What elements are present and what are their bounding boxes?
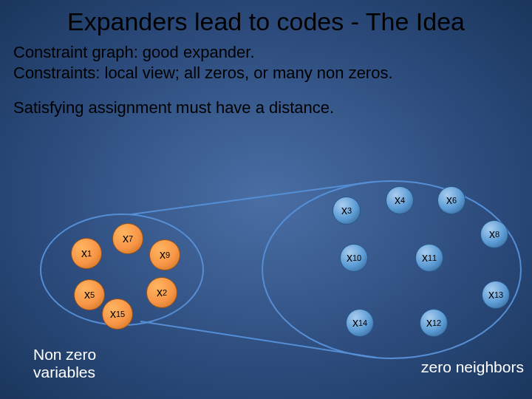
node-x8-var: x — [489, 228, 495, 241]
node-x3-var: x — [341, 204, 347, 217]
node-x2: x2 — [146, 277, 177, 308]
node-x14-var: x — [352, 316, 358, 330]
body-line-3: Satisfying assignment must have a distan… — [13, 98, 519, 118]
node-x9: x9 — [149, 239, 180, 270]
caption-zero-neighbors: zero neighbors — [421, 358, 524, 376]
node-x10-var: x — [347, 251, 352, 265]
node-x15: x15 — [102, 299, 133, 330]
node-x1-sub: 1 — [87, 249, 92, 258]
node-x6: x6 — [437, 186, 466, 214]
connector-bottom — [140, 321, 377, 358]
node-x14-sub: 14 — [358, 318, 367, 327]
node-x12-var: x — [426, 316, 432, 330]
node-x12: x12 — [420, 309, 448, 337]
node-x6-sub: 6 — [452, 196, 457, 205]
body-line-1: Constraint graph: good expander. — [13, 42, 519, 63]
node-x9-sub: 9 — [166, 250, 170, 259]
node-x7-var: x — [123, 232, 129, 245]
node-x15-sub: 15 — [116, 310, 125, 318]
node-x15-var: x — [110, 307, 116, 321]
node-x4-var: x — [395, 194, 400, 207]
node-x4-sub: 4 — [400, 196, 405, 205]
slide-title: Expanders lead to codes - The Idea — [0, 0, 532, 42]
body-line-2: Constraints: local view; all zeros, or m… — [13, 63, 519, 83]
node-x3: x3 — [332, 197, 361, 225]
node-x2-sub: 2 — [163, 288, 167, 297]
node-x7-sub: 7 — [129, 234, 133, 243]
node-x2-var: x — [157, 286, 163, 299]
node-x5-sub: 5 — [90, 290, 95, 299]
node-x7: x7 — [112, 223, 143, 254]
node-x8: x8 — [480, 220, 508, 248]
node-x13-var: x — [488, 288, 494, 301]
body-text-block: Constraint graph: good expander. Constra… — [0, 42, 532, 118]
node-x8-sub: 8 — [495, 230, 499, 239]
node-x10-sub: 10 — [352, 253, 361, 262]
diagram-area: x1 x7 x9 x5 x2 x15 x3 x4 x6 x8 x10 x11 x… — [0, 170, 532, 377]
node-x1-var: x — [81, 247, 87, 260]
node-x14: x14 — [346, 309, 374, 337]
node-x12-sub: 12 — [432, 318, 441, 327]
node-x5-var: x — [84, 288, 90, 301]
node-x13-sub: 13 — [494, 290, 503, 299]
node-x11: x11 — [415, 244, 443, 272]
node-x1: x1 — [71, 238, 102, 269]
caption-nonzero-variables: Non zero variables — [33, 346, 96, 381]
node-x11-sub: 11 — [428, 253, 437, 262]
node-x3-sub: 3 — [347, 206, 352, 215]
node-x4: x4 — [386, 186, 414, 214]
node-x6-var: x — [446, 194, 452, 207]
node-x10: x10 — [340, 244, 368, 272]
node-x5: x5 — [74, 279, 105, 310]
node-x11-var: x — [422, 251, 428, 265]
node-x13: x13 — [482, 281, 510, 309]
node-x9-var: x — [160, 248, 166, 262]
